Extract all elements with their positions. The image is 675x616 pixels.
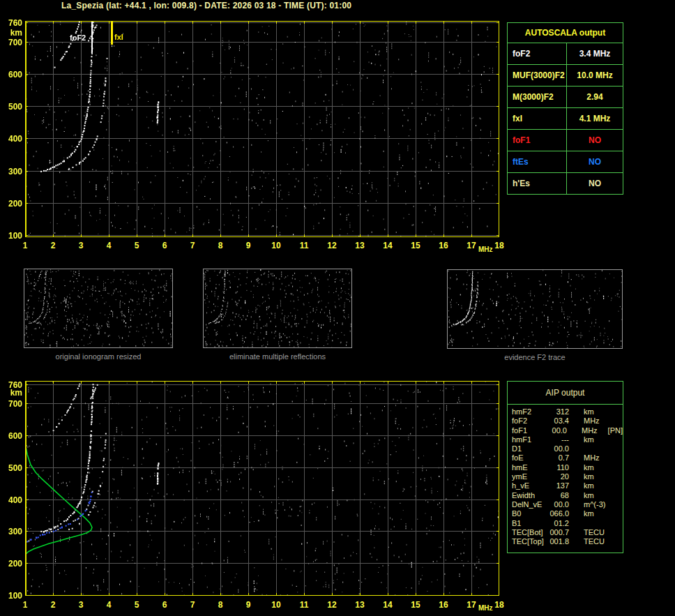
x-tick-label: 12 — [325, 600, 339, 610]
parameter-label: ftEs — [508, 151, 567, 172]
x-tick-label: 3 — [74, 241, 88, 250]
x-tick-label: 17 — [464, 241, 478, 250]
y-tick-label: 600 — [3, 70, 22, 80]
x-tick-label: 2 — [46, 241, 60, 250]
x-tick-label: 8 — [213, 600, 227, 610]
aip-label: hmF2 — [512, 407, 547, 416]
aip-value: 137 — [547, 481, 569, 490]
autoscala-row-fof2: foF23.4 MHz — [508, 43, 623, 65]
aip-unit: MHz — [584, 453, 610, 463]
autoscala-row-m3000f2: M(3000)F22.94 — [508, 87, 623, 108]
autoscala-row-fof1: foF1NO — [508, 130, 623, 151]
y-tick-label: 600 — [3, 431, 22, 441]
y-tick-label: 700 — [3, 38, 22, 47]
aip-label: ymE — [512, 472, 547, 481]
x-tick-label: 16 — [437, 241, 450, 250]
aip-row-b1: B101.2 — [512, 519, 623, 528]
x-tick-label: 5 — [130, 600, 144, 610]
aip-label: TEC[Bot] — [512, 528, 547, 537]
aip-row-hmf2: hmF2312km — [512, 407, 623, 416]
parameter-label: M(3000)F2 — [508, 87, 567, 107]
aip-unit: km — [584, 509, 610, 518]
aip-unit: km — [584, 463, 610, 472]
aip-value: 066.0 — [547, 509, 569, 518]
aip-label: foF2 — [512, 416, 547, 426]
x-tick-label: 18 — [492, 241, 506, 250]
aip-value: 00.0 — [546, 426, 567, 435]
x-tick-label: 3 — [74, 600, 88, 610]
x-tick-label: 18 — [492, 600, 506, 610]
panel-caption-2: eliminate multiple reflections — [203, 352, 352, 361]
aip-row-yme: ymE20km — [512, 472, 623, 481]
x-tick-label: 1 — [18, 241, 32, 250]
x-tick-label: 6 — [158, 241, 172, 250]
y-tick-label: 300 — [3, 167, 22, 176]
x-tick-label: 7 — [185, 241, 199, 250]
x-tick-label: 15 — [409, 241, 423, 250]
panel-eliminate-reflections — [203, 269, 352, 348]
parameter-label: h'Es — [508, 173, 567, 194]
page-title: La_Spezia (lat: +44.1 , lon: 009.8) - DA… — [61, 1, 351, 10]
x-tick-label: 8 — [213, 241, 227, 250]
autoscala-table-header: AUTOSCALA output — [508, 23, 623, 43]
autoscala-row-muf3000f2: MUF(3000)F210.0 MHz — [508, 65, 623, 87]
x-tick-label: 10 — [269, 600, 283, 610]
aip-value: 03.4 — [547, 416, 569, 426]
autoscala-row-fxi: fxI4.1 MHz — [508, 108, 623, 130]
aip-unit: km — [584, 435, 610, 444]
y-tick-label: 200 — [3, 199, 22, 209]
aip-value: 110 — [547, 463, 569, 472]
panel-caption-3: evidence F2 trace — [447, 353, 623, 361]
aip-label: hmF1 — [512, 435, 547, 444]
aip-row-fof1: foF100.0MHz[PN] — [512, 426, 623, 435]
aip-value: 00.0 — [547, 500, 569, 509]
panel-original-ionogram — [24, 269, 173, 348]
aip-value: 001.8 — [547, 537, 569, 546]
aip-label: Ewidth — [512, 491, 547, 500]
y-tick-label: 100 — [3, 591, 22, 601]
y-tick-label: 500 — [3, 463, 22, 473]
aip-unit — [584, 444, 610, 453]
x-tick-label: 9 — [241, 600, 255, 610]
x-tick-label: 14 — [381, 241, 395, 250]
bottom-x-axis-unit: MHz — [478, 604, 493, 612]
x-tick-label: 9 — [241, 241, 255, 250]
autoscala-row-ftes: ftEsNO — [508, 151, 623, 173]
x-tick-label: 7 — [185, 600, 199, 610]
x-tick-label: 16 — [437, 600, 450, 610]
aip-value: 000.7 — [547, 528, 569, 537]
panel-caption-1: original ionogram resized — [24, 352, 173, 361]
x-tick-label: 14 — [381, 600, 395, 610]
x-tick-label: 11 — [297, 600, 311, 610]
aip-value: 01.2 — [547, 519, 569, 528]
aip-value: 00.0 — [547, 444, 569, 453]
aip-label: hmE — [512, 463, 547, 472]
x-tick-label: 10 — [269, 241, 283, 250]
aip-label: B0 — [512, 509, 547, 518]
aip-table-header: AIP output — [508, 382, 623, 405]
aip-label: foF1 — [512, 426, 546, 435]
top-ionogram-chart — [25, 21, 499, 237]
aip-label: B1 — [512, 519, 547, 528]
x-tick-label: 5 — [130, 241, 144, 250]
aip-unit: m^(-3) — [584, 500, 610, 509]
x-tick-label: 4 — [102, 241, 116, 250]
x-tick-label: 12 — [325, 241, 339, 250]
y-tick-label: 300 — [3, 527, 22, 536]
parameter-value: 3.4 MHz — [567, 43, 623, 64]
aip-row-hve: h_vE137km — [512, 481, 623, 490]
aip-value: 0.7 — [547, 453, 569, 463]
parameter-value: NO — [567, 173, 623, 194]
aip-label: TEC[Top] — [512, 537, 547, 546]
parameter-value: 4.1 MHz — [567, 108, 623, 129]
autoscala-table-rows: foF23.4 MHzMUF(3000)F210.0 MHzM(3000)F22… — [508, 43, 623, 194]
aip-row-b0: B0066.0km — [512, 509, 623, 518]
y-tick-label: 700 — [3, 399, 22, 409]
aip-unit: MHz — [584, 416, 610, 426]
x-tick-label: 6 — [158, 600, 172, 610]
aip-row-delnve: DelN_vE00.0m^(-3) — [512, 500, 623, 509]
aip-value: --- — [547, 435, 569, 444]
y-tick-label: 200 — [3, 559, 22, 569]
parameter-label: MUF(3000)F2 — [508, 65, 567, 86]
autoscala-row-hes: h'EsNO — [508, 173, 623, 194]
